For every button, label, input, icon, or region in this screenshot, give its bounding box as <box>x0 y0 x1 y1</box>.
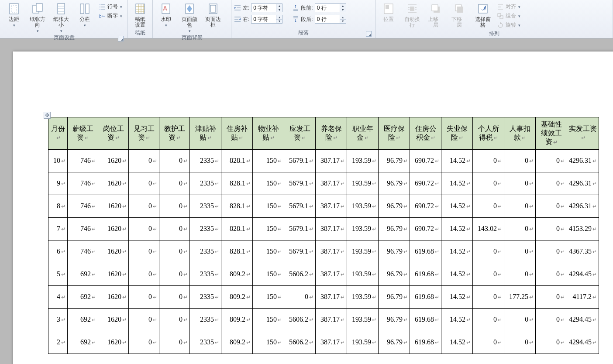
table-cell: 193.59↵ <box>347 150 379 172</box>
spinner-down[interactable]: ▼ <box>276 20 282 24</box>
table-cell: 0↵ <box>129 331 159 354</box>
table-cell: 746↵ <box>68 172 98 195</box>
line-numbers-button[interactable]: 行号 ▾ <box>98 3 123 11</box>
orientation-button[interactable]: 纸张方向 ▾ <box>27 1 48 33</box>
page: ✥ 月份↵薪级工资↵岗位工资↵见习工资↵教护工资↵津贴补贴↵住房补贴↵物业补贴↵… <box>13 52 613 364</box>
indent-right-spinner[interactable]: ▲▼ <box>251 15 282 24</box>
table-cell: 1620↵ <box>98 240 129 263</box>
workspace: ✥ 月份↵薪级工资↵岗位工资↵见习工资↵教护工资↵津贴补贴↵住房补贴↵物业补贴↵… <box>0 38 613 364</box>
wrap-label: 自动换行 <box>403 17 422 28</box>
table-cell: 746↵ <box>68 195 98 218</box>
table-cell: 0↵ <box>159 218 190 240</box>
margins-button[interactable]: 边距 ▾ <box>3 1 24 27</box>
table-cell: 2335↵ <box>190 286 221 309</box>
spacing-after-spinner[interactable]: ▲▼ <box>315 15 346 24</box>
table-cell: 0↵ <box>159 172 190 195</box>
table-cell: 4117.2↵ <box>567 286 599 309</box>
size-label: 纸张大小 <box>52 17 71 28</box>
dialog-launcher[interactable] <box>366 31 372 37</box>
group-objects-button: 组合▾ <box>496 12 521 20</box>
spinner-down[interactable]: ▼ <box>276 8 282 12</box>
table-cell: 746↵ <box>68 240 98 263</box>
size-button[interactable]: 纸张大小 ▾ <box>51 1 72 33</box>
table-cell: 150↵ <box>253 286 284 309</box>
watermark-button[interactable]: A 水印 ▾ <box>155 1 176 27</box>
spinner-down[interactable]: ▼ <box>340 8 346 12</box>
table-cell: 387.17↵ <box>316 263 347 286</box>
indent-left-input[interactable] <box>251 4 276 12</box>
table-cell: 96.79↵ <box>379 172 410 195</box>
table-cell: 0↵ <box>473 286 504 309</box>
table-cell: 4↵ <box>48 286 68 309</box>
spinner-up[interactable]: ▲ <box>276 4 282 8</box>
position-button: 位置 <box>378 1 399 22</box>
table-cell: 0↵ <box>159 195 190 218</box>
table-cell: 2335↵ <box>190 195 221 218</box>
table-cell: 387.17↵ <box>316 286 347 309</box>
send-backward-button: 下移一层 <box>449 1 470 28</box>
table-cell: 690.72↵ <box>410 195 441 218</box>
genko-button[interactable]: 稿纸 设置 <box>130 1 150 28</box>
page-color-button[interactable]: 页面颜色 ▾ <box>179 1 200 33</box>
table-cell: 1620↵ <box>98 218 129 240</box>
table-cell: 387.17↵ <box>316 195 347 218</box>
table-cell: 619.68↵ <box>410 286 441 309</box>
table-cell: 4294.45↵ <box>567 263 599 286</box>
spacing-after-input[interactable] <box>315 15 340 23</box>
orientation-label: 纸张方向 <box>28 17 47 28</box>
table-cell: 193.59↵ <box>347 331 379 354</box>
table-cell: 0↵ <box>284 286 316 309</box>
table-header-cell: 津贴补贴↵ <box>190 117 221 150</box>
table-cell: 0↵ <box>536 150 567 172</box>
table-cell: 746↵ <box>68 150 98 172</box>
table-cell: 387.17↵ <box>316 309 347 331</box>
group-page-setup: 边距 ▾ 纸张方向 ▾ 纸张大小 ▾ 分栏 <box>1 0 127 38</box>
table-cell: 14.52↵ <box>441 195 473 218</box>
rotate-icon <box>497 22 504 29</box>
table-cell: 4294.45↵ <box>567 309 599 331</box>
table-cell: 2335↵ <box>190 309 221 331</box>
table-cell: 1620↵ <box>98 195 129 218</box>
wrap-button: 自动换行 <box>402 1 423 28</box>
svg-rect-15 <box>386 5 389 9</box>
bring-forward-button: 上移一层 <box>425 1 446 28</box>
dropdown-arrow-icon: ▾ <box>120 14 122 18</box>
table-move-handle[interactable]: ✥ <box>44 112 51 119</box>
table-cell: 0↵ <box>473 150 504 172</box>
spinner-up[interactable]: ▲ <box>276 15 282 20</box>
indent-right-input[interactable] <box>251 15 276 23</box>
spinner-up[interactable]: ▲ <box>340 15 346 20</box>
salary-table: 月份↵薪级工资↵岗位工资↵见习工资↵教护工资↵津贴补贴↵住房补贴↵物业补贴↵应发… <box>48 117 599 354</box>
spacing-before-spinner[interactable]: ▲▼ <box>315 3 346 12</box>
table-cell: 0↵ <box>536 218 567 240</box>
table-cell: 0↵ <box>473 240 504 263</box>
table-cell: 150↵ <box>253 195 284 218</box>
page-borders-button[interactable]: 页面边框 <box>203 1 224 28</box>
spacing-before-input[interactable] <box>315 4 340 12</box>
hyphenation-icon: bᶜ <box>99 13 106 20</box>
svg-rect-5 <box>80 4 84 14</box>
table-cell: 2↵ <box>48 331 68 354</box>
page-color-icon <box>183 2 196 16</box>
table-cell: 2335↵ <box>190 263 221 286</box>
columns-button[interactable]: 分栏 ▾ <box>74 1 95 27</box>
table-cell: 9↵ <box>48 172 68 195</box>
hyphenation-button[interactable]: bᶜ 断字 ▾ <box>98 12 123 20</box>
group-genko: 稿纸 设置 稿纸 <box>127 0 153 38</box>
table-cell: 1620↵ <box>98 309 129 331</box>
table-cell: 14.52↵ <box>441 286 473 309</box>
table-row: 8↵746↵1620↵0↵0↵2335↵828.1↵150↵5679.1↵387… <box>48 195 599 218</box>
table-cell: 0↵ <box>129 263 159 286</box>
table-cell: 828.1↵ <box>221 150 253 172</box>
spinner-up[interactable]: ▲ <box>340 4 346 8</box>
position-icon <box>382 2 396 16</box>
table-cell: 150↵ <box>253 263 284 286</box>
spinner-down[interactable]: ▼ <box>340 20 346 24</box>
dropdown-arrow-icon: ▾ <box>13 23 15 27</box>
table-header-cell: 教护工资↵ <box>159 117 190 150</box>
table-cell: 692↵ <box>68 286 98 309</box>
table-cell: 0↵ <box>159 240 190 263</box>
table-cell: 4294.45↵ <box>567 331 599 354</box>
selection-pane-button[interactable]: 选择窗格 <box>472 1 493 28</box>
indent-left-spinner[interactable]: ▲▼ <box>251 3 282 12</box>
